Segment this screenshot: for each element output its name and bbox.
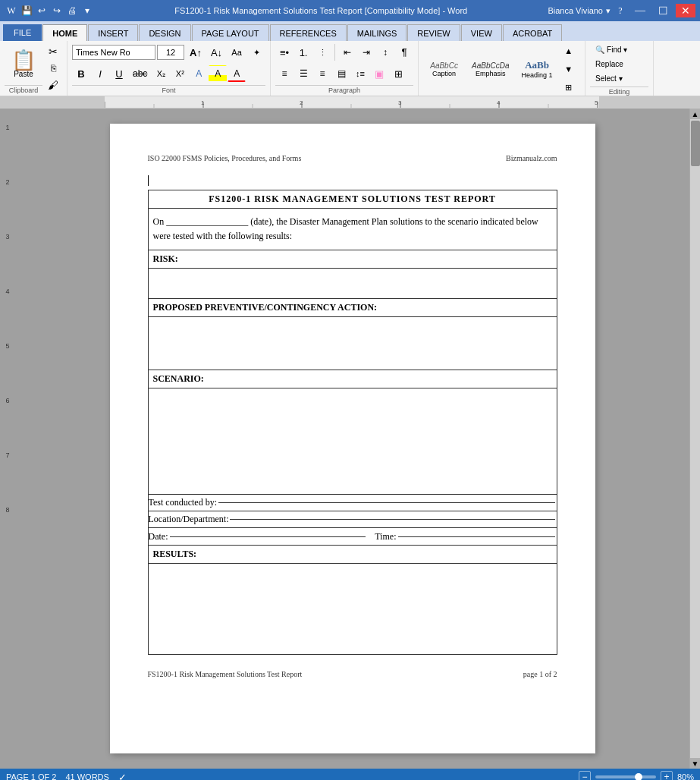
scroll-thumb[interactable]	[691, 121, 700, 166]
tab-home[interactable]: HOME	[42, 24, 87, 41]
tab-acrobat[interactable]: ACROBAT	[503, 24, 562, 41]
multilevel-list-button[interactable]: ⋮	[313, 44, 331, 61]
style-heading1[interactable]: AaBb Heading 1	[516, 57, 558, 81]
svg-text:2: 2	[300, 99, 303, 106]
results-label-row: RESULTS:	[148, 546, 557, 564]
scenario-content[interactable]	[148, 388, 557, 495]
zoom-thumb[interactable]	[635, 773, 642, 780]
italic-button[interactable]: I	[91, 65, 109, 82]
proposed-content-row	[148, 317, 557, 370]
tab-references[interactable]: REFERENCES	[270, 24, 347, 41]
styles-scroll-up[interactable]: ▲	[560, 42, 578, 59]
font-color-button[interactable]: A	[228, 65, 246, 82]
undo-icon[interactable]: ↩	[35, 4, 49, 17]
justify-button[interactable]: ▤	[332, 65, 350, 82]
proofing-icon[interactable]: ✓	[118, 772, 127, 781]
copy-button[interactable]: ⎘	[44, 61, 62, 76]
underline-button[interactable]: U	[110, 65, 128, 82]
numbering-button[interactable]: 1.	[294, 44, 312, 61]
tab-page-layout[interactable]: PAGE LAYOUT	[192, 24, 269, 41]
font-name-input[interactable]: Times New Ro	[72, 45, 155, 60]
cursor-line[interactable]	[148, 175, 557, 187]
results-label: RESULTS:	[148, 546, 557, 564]
bold-button[interactable]: B	[72, 65, 90, 82]
tab-design[interactable]: DESIGN	[139, 24, 190, 41]
scroll-down-button[interactable]: ▼	[690, 758, 701, 769]
zoom-slider[interactable]	[595, 775, 656, 778]
find-button[interactable]: 🔍 Find ▾	[590, 42, 633, 56]
style-caption[interactable]: AaBbCc Caption	[423, 59, 465, 80]
scenario-label-row: SCENARIO:	[148, 370, 557, 388]
status-left: PAGE 1 OF 2 41 WORDS ✓	[6, 772, 127, 781]
quick-print-icon[interactable]: 🖨	[65, 4, 79, 17]
tab-review[interactable]: REVIEW	[407, 24, 460, 41]
risk-content[interactable]	[148, 269, 557, 299]
borders-button[interactable]: ⊞	[389, 65, 407, 82]
word-count: 41 WORDS	[65, 772, 108, 780]
maximize-button[interactable]: ☐	[653, 4, 673, 17]
styles-scroll-down[interactable]: ▼	[560, 61, 578, 77]
footer-left: FS1200-1 Risk Management Solutions Test …	[148, 670, 303, 678]
increase-font-button[interactable]: A↑	[186, 44, 206, 61]
vertical-scrollbar[interactable]: ▲ ▼	[689, 109, 700, 769]
align-right-button[interactable]: ≡	[313, 65, 331, 82]
conducted-by-underline	[218, 502, 555, 503]
subscript-button[interactable]: X₂	[152, 65, 170, 82]
scroll-up-button[interactable]: ▲	[690, 109, 701, 119]
top-bar: W 💾 ↩ ↪ 🖨 ▾ FS1200-1 Risk Management Sol…	[0, 0, 700, 21]
style-emphasis[interactable]: AaBbCcDa Emphasis	[466, 59, 514, 80]
proposed-content[interactable]	[148, 317, 557, 370]
editing-group: 🔍 Find ▾ Replace Select ▾ Editing	[585, 41, 654, 96]
strikethrough-button[interactable]: abc	[129, 65, 151, 82]
minimize-button[interactable]: —	[630, 4, 650, 17]
decrease-font-button[interactable]: A↓	[207, 44, 226, 61]
svg-text:3: 3	[398, 99, 402, 106]
shading-button[interactable]: ▣	[370, 65, 388, 82]
tab-view[interactable]: VIEW	[461, 24, 502, 41]
cut-button[interactable]: ✂	[44, 44, 62, 59]
paragraph-separator1	[334, 44, 335, 61]
highlight-button[interactable]: A	[209, 65, 227, 82]
text-effects-button[interactable]: A	[190, 65, 208, 82]
superscript-button[interactable]: X²	[171, 65, 189, 82]
increase-indent-button[interactable]: ⇥	[357, 44, 375, 61]
show-formatting-button[interactable]: ¶	[395, 44, 413, 61]
line-spacing-button[interactable]: ↕≡	[351, 65, 369, 82]
decrease-indent-button[interactable]: ⇤	[338, 44, 356, 61]
ruler-marks: 1 2 3 4 5	[105, 96, 599, 108]
redo-icon[interactable]: ↪	[50, 4, 64, 17]
replace-button[interactable]: Replace	[590, 57, 629, 71]
paste-button[interactable]: 📋 Paste	[5, 44, 42, 83]
help-icon[interactable]: ?	[614, 4, 627, 17]
bullets-button[interactable]: ≡•	[275, 44, 293, 61]
sort-button[interactable]: ↕	[376, 44, 394, 61]
select-button[interactable]: Select ▾	[590, 71, 628, 85]
status-right: − + 80%	[579, 771, 694, 780]
ruler-mark-7: 7	[5, 451, 9, 506]
close-button[interactable]: ✕	[676, 4, 695, 17]
save-icon[interactable]: 💾	[20, 4, 33, 17]
zoom-out-button[interactable]: −	[579, 771, 591, 780]
font-size-input[interactable]: 12	[157, 45, 184, 60]
tab-mailings[interactable]: MAILINGS	[347, 24, 407, 41]
change-case-button[interactable]: Aa	[228, 44, 246, 61]
styles-scroll: ▲ ▼ ⊞	[560, 42, 578, 96]
clear-formatting-button[interactable]: ✦	[247, 44, 265, 61]
styles-more[interactable]: ⊞	[560, 79, 578, 96]
date-label: Date:	[149, 531, 168, 543]
results-content-row	[148, 564, 557, 655]
tab-file[interactable]: FILE	[3, 24, 42, 41]
document-page: ISO 22000 FSMS Policies, Procedures, and…	[110, 124, 595, 753]
time-underline	[398, 536, 555, 537]
quick-access-dropdown[interactable]: ▾	[80, 4, 94, 17]
zoom-in-button[interactable]: +	[661, 771, 673, 780]
clipboard-label: Clipboard	[5, 85, 42, 94]
align-center-button[interactable]: ☰	[294, 65, 312, 82]
user-dropdown[interactable]: ▾	[606, 6, 611, 16]
results-content[interactable]	[148, 564, 557, 655]
format-painter-button[interactable]: 🖌	[44, 77, 62, 93]
align-left-button[interactable]: ≡	[275, 65, 293, 82]
styles-content: AaBbCc Caption AaBbCcDa Emphasis AaBb He…	[423, 42, 580, 96]
tab-insert[interactable]: INSERT	[88, 24, 138, 41]
report-table: FS1200-1 RISK MANAGEMENT SOLUTIONS TEST …	[148, 190, 557, 655]
